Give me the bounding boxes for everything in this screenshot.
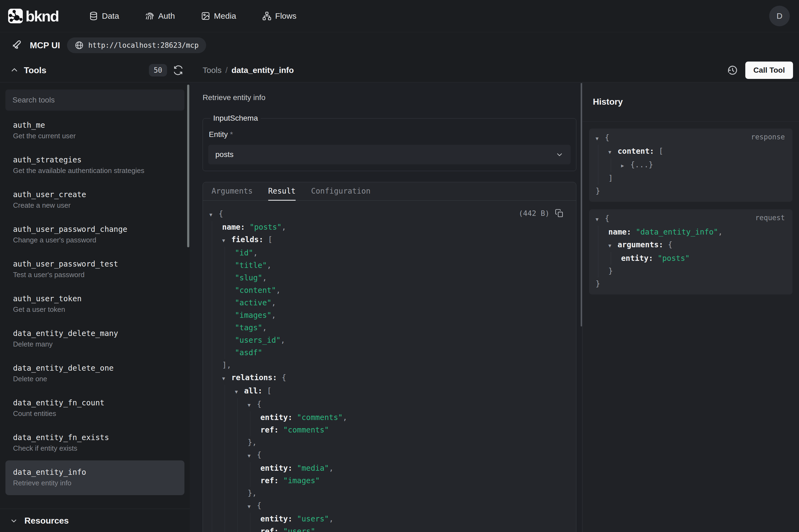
json-line: ref: "comments" — [209, 424, 565, 436]
indent-guide — [237, 499, 250, 513]
indent-guide — [237, 475, 250, 487]
indent-guide — [212, 221, 225, 233]
expand-toggle-icon[interactable]: ▼ — [595, 213, 605, 226]
tool-item-description: Count entities — [13, 408, 177, 419]
indent-guide — [212, 487, 225, 499]
tool-item-name: auth_me — [13, 120, 177, 130]
indent-guide — [225, 525, 237, 532]
tool-item-name: data_entity_fn_exists — [13, 433, 177, 443]
expand-toggle-icon[interactable]: ▼ — [209, 209, 218, 221]
chevron-up-icon[interactable] — [10, 65, 19, 75]
nav-item-auth[interactable]: Auth — [145, 12, 175, 21]
indent-guide — [237, 411, 250, 424]
tool-list-item[interactable]: data_entity_delete_oneDelete one — [5, 356, 185, 391]
tool-list-item[interactable]: auth_meGet the current user — [5, 113, 185, 148]
tool-list-item[interactable]: data_entity_infoRetrieve entity info — [5, 460, 185, 495]
top-navbar: bknd Data Auth Media Flows D — [0, 0, 799, 32]
breadcrumb-section[interactable]: Tools — [203, 65, 222, 75]
indent-guide — [225, 297, 237, 309]
indent-guide — [250, 411, 263, 424]
sidebar-scrollbar[interactable] — [187, 84, 189, 247]
mcp-title: MCP UI — [30, 40, 60, 51]
tab-result[interactable]: Result — [268, 182, 296, 201]
indent-guide — [598, 145, 611, 158]
tool-item-name: auth_user_token — [13, 294, 177, 304]
header-actions: Call Tool — [727, 61, 793, 79]
avatar-initial: D — [777, 12, 782, 21]
json-line: } — [595, 185, 785, 197]
tab-configuration[interactable]: Configuration — [311, 182, 370, 201]
main-scrollbar[interactable] — [581, 83, 582, 326]
history-entry-response[interactable]: response ▼{▼content: [▶{...}]} — [589, 129, 793, 202]
tool-item-description: Retrieve entity info — [13, 477, 177, 488]
indent-guide — [212, 359, 225, 372]
copy-icon — [555, 209, 564, 217]
indent-guide — [237, 436, 250, 449]
refresh-tools-button[interactable] — [173, 65, 183, 75]
nav-item-flows[interactable]: Flows — [262, 12, 297, 21]
history-toggle-button[interactable] — [727, 64, 738, 76]
json-line: ref: "images" — [209, 475, 565, 487]
mcp-icon — [12, 39, 23, 52]
indent-guide — [225, 462, 237, 475]
indent-guide — [212, 513, 225, 525]
json-line: ▶{...} — [595, 158, 785, 172]
entity-select[interactable]: posts — [208, 145, 571, 164]
nav-label: Flows — [275, 12, 297, 21]
indent-guide — [225, 411, 237, 424]
tool-list-item[interactable]: auth_strategiesGet the available authent… — [5, 148, 185, 183]
tab-arguments[interactable]: Arguments — [212, 182, 253, 201]
history-list: response ▼{▼content: [▶{...}]} request ▼… — [583, 121, 799, 309]
indent-guide — [212, 322, 225, 334]
history-entry-label: response — [751, 133, 785, 141]
input-schema-fieldset: InputSchema Entity* posts — [203, 114, 576, 171]
tool-list-item[interactable]: data_entity_fn_existsCheck if entity exi… — [5, 426, 185, 460]
result-size: (442 B) — [518, 209, 550, 217]
tool-item-description: Test a user's password — [13, 269, 177, 280]
required-mark: * — [230, 130, 233, 138]
json-line: "tags", — [209, 322, 565, 334]
tools-sidebar: auth_meGet the current userauth_strategi… — [0, 82, 190, 532]
workspace: auth_meGet the current userauth_strategi… — [0, 82, 799, 532]
tool-item-description: Get the current user — [13, 130, 177, 141]
mcp-url-pill[interactable]: http://localhost:28623/mcp — [67, 37, 206, 53]
history-entry-request[interactable]: request ▼{name: "data_entity_info",▼argu… — [589, 209, 793, 294]
tool-list-item[interactable]: data_entity_fn_countCount entities — [5, 391, 185, 426]
indent-guide — [237, 398, 250, 411]
tool-list-item[interactable]: auth_user_createCreate a new user — [5, 183, 185, 217]
json-line: }, — [209, 436, 565, 449]
tool-item-name: auth_user_password_test — [13, 259, 177, 269]
json-line: ▼{ — [209, 449, 565, 462]
expand-toggle-icon[interactable]: ▼ — [595, 132, 605, 145]
indent-guide — [237, 513, 250, 525]
json-line: ▼{ — [209, 499, 565, 513]
indent-guide — [611, 252, 624, 265]
entity-select-value: posts — [215, 150, 233, 159]
workflow-icon — [262, 12, 271, 21]
tool-list-item[interactable]: auth_user_password_testTest a user's pas… — [5, 252, 185, 287]
tool-list-item[interactable]: auth_user_tokenGet a user token — [5, 287, 185, 322]
json-line: "images", — [209, 309, 565, 322]
resources-section-toggle[interactable]: Resources — [0, 509, 190, 532]
indent-guide — [225, 259, 237, 272]
indent-guide — [212, 334, 225, 346]
copy-button[interactable] — [555, 209, 564, 217]
json-line: ref: "users" — [209, 525, 565, 532]
indent-guide — [611, 158, 624, 172]
tool-list-item[interactable]: auth_user_password_changeChange a user's… — [5, 217, 185, 252]
indent-guide — [212, 475, 225, 487]
nav-item-media[interactable]: Media — [201, 12, 236, 21]
header-strip: Tools 50 Tools / data_entity_info Call T… — [0, 58, 799, 82]
indent-guide — [212, 284, 225, 297]
entity-field-label: Entity* — [209, 130, 571, 139]
resources-title: Resources — [24, 516, 69, 526]
tool-list-item[interactable]: data_entity_delete_manyDelete many — [5, 322, 185, 356]
brand-logo[interactable]: bknd — [8, 7, 59, 25]
nav-item-data[interactable]: Data — [89, 12, 119, 21]
search-input[interactable] — [5, 90, 185, 111]
avatar[interactable]: D — [769, 6, 790, 26]
tool-item-description: Create a new user — [13, 200, 177, 211]
call-tool-button[interactable]: Call Tool — [745, 61, 793, 79]
input-schema-legend: InputSchema — [210, 114, 261, 122]
indent-guide — [250, 475, 263, 487]
